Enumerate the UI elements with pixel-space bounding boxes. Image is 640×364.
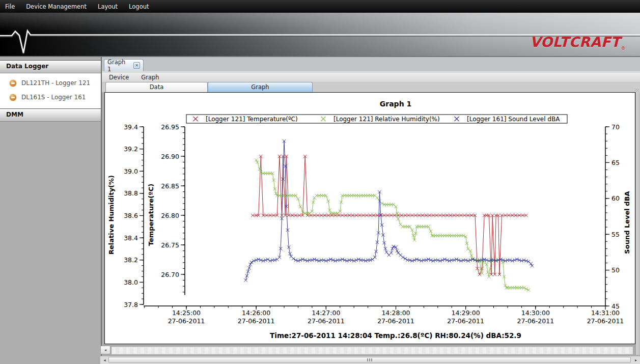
temperature-tick-label: 26.80 [161, 212, 179, 219]
temperature-axis-title: Temperature(ºC) [147, 184, 155, 246]
date-tick-label: 27-06-2011 [308, 317, 345, 325]
sidebar-item-dl161s[interactable]: DL161S - Logger 161 [0, 90, 101, 104]
graph-window-menu: Device Graph [102, 72, 640, 82]
humidity-tick-label: 39.0 [124, 167, 138, 175]
tab-data-view[interactable]: Data [105, 82, 208, 92]
sidebar-section-dmm[interactable]: DMM [0, 108, 101, 122]
menu-item-layout[interactable]: Layout [92, 3, 123, 10]
humidity-tick-label: 38.0 [124, 278, 138, 286]
menu-item-logout[interactable]: Logout [123, 3, 154, 10]
time-tick-label: 14:28:00 [381, 309, 410, 317]
time-tick-label: 14:25:00 [172, 309, 201, 317]
menu-item-device-management[interactable]: Device Management [20, 3, 92, 10]
workspace: Graph 1 ✕ Device Graph Data Graph Graph … [102, 57, 640, 364]
scroll-left-arrow-icon[interactable]: ◂ [101, 357, 108, 363]
sound-tick-label: 50 [611, 266, 620, 274]
date-tick-label: 27-06-2011 [168, 317, 205, 325]
humidity-tick-label: 38.2 [124, 256, 138, 264]
temperature-tick-label: 26.75 [161, 241, 179, 249]
time-tick-label: 14:31:00 [591, 309, 620, 317]
humidity-tick-label: 39.4 [124, 123, 138, 131]
temperature-tick-label: 26.90 [161, 153, 179, 160]
resize-grip-icon [635, 89, 639, 92]
chart-panel[interactable]: Graph 1[Logger 121] Temperature(ºC)[Logg… [104, 92, 635, 344]
series-temperature-line [253, 156, 526, 274]
device-label: DL121TH - Logger 121 [21, 79, 90, 87]
date-tick-label: 27-06-2011 [587, 317, 624, 325]
document-tab-bar: Graph 1 ✕ [102, 57, 640, 72]
tab-label: Graph 1 [107, 59, 130, 73]
device-sidebar: Data Logger DL121TH - Logger 121 DL161S … [0, 57, 102, 364]
sound-tick-label: 65 [611, 159, 620, 166]
voltcraft-logo: VOLTCRAFT® [530, 34, 626, 51]
date-tick-label: 27-06-2011 [377, 317, 414, 325]
menu-item-file[interactable]: File [0, 3, 20, 10]
sound-tick-label: 55 [611, 231, 620, 238]
time-tick-label: 14:29:00 [452, 309, 480, 317]
legend-label: [Logger 161] Sound Level dBA [467, 116, 560, 123]
chart-canvas: Graph 1[Logger 121] Temperature(ºC)[Logg… [105, 93, 635, 344]
temperature-tick-label: 26.95 [161, 123, 179, 131]
brand-banner: VOLTCRAFT® [0, 13, 640, 57]
humidity-tick-label: 38.8 [124, 189, 138, 197]
device-status-icon [9, 79, 17, 87]
chart-vertical-scrollbar[interactable] [635, 92, 640, 355]
time-tick-label: 14:26:00 [242, 309, 270, 317]
temperature-tick-label: 26.85 [161, 182, 179, 190]
date-tick-label: 27-06-2011 [517, 317, 554, 325]
sound-axis-title: Sound Level dBA [623, 191, 631, 254]
series-humidity-markers [255, 158, 530, 292]
menu-item-graph[interactable]: Graph [135, 74, 165, 81]
device-label: DL161S - Logger 161 [21, 94, 86, 101]
window-horizontal-scrollbar: ◂ ▸ [100, 356, 640, 364]
menu-bar: File Device Management Layout Logout [0, 0, 640, 13]
legend-label: [Logger 121] Relative Humidity(%) [333, 116, 440, 123]
temperature-tick-label: 26.70 [161, 271, 179, 278]
date-tick-label: 27-06-2011 [238, 317, 275, 325]
data-logger-device-list: DL121TH - Logger 121 DL161S - Logger 161 [0, 73, 101, 108]
time-tick-label: 14:27:00 [312, 309, 340, 317]
chart-title: Graph 1 [380, 100, 411, 108]
humidity-tick-label: 39.2 [124, 145, 138, 153]
series-humidity-line [256, 160, 528, 290]
scroll-right-arrow-icon[interactable]: ▸ [633, 357, 639, 363]
registered-mark: ® [621, 46, 626, 51]
scrollbar-grip-icon [367, 358, 372, 361]
tab-graph-view[interactable]: Graph [208, 82, 313, 92]
legend-label: [Logger 121] Temperature(ºC) [206, 116, 298, 123]
sound-tick-label: 70 [611, 123, 620, 131]
scroll-left-arrow-icon[interactable]: ◂ [100, 346, 110, 354]
view-tab-bar: Data Graph [102, 82, 640, 92]
humidity-tick-label: 37.8 [124, 301, 138, 309]
humidity-tick-label: 38.4 [124, 234, 138, 242]
sidebar-section-data-logger[interactable]: Data Logger [0, 60, 101, 73]
voltcraft-app-window: { "menu_bar": { "items": ["File", "Devic… [0, 0, 640, 364]
date-tick-label: 27-06-2011 [447, 317, 484, 325]
chart-horizontal-scrollbar: ◂ [102, 345, 634, 355]
cursor-status-line: Time:27-06-2011 14:28:04 Temp.:26.8(ºC) … [270, 331, 521, 340]
humidity-tick-label: 38.6 [124, 212, 138, 219]
tab-graph-1[interactable]: Graph 1 ✕ [104, 59, 144, 71]
menu-item-device[interactable]: Device [103, 74, 135, 81]
time-tick-label: 14:30:00 [521, 309, 550, 317]
close-icon[interactable]: ✕ [133, 62, 140, 69]
device-status-icon [9, 94, 17, 101]
sidebar-item-dl121th[interactable]: DL121TH - Logger 121 [0, 76, 101, 90]
scrollbar-track[interactable] [112, 347, 633, 354]
humidity-axis-title: Relative Humidity(%) [107, 175, 115, 255]
sound-tick-label: 60 [611, 194, 620, 202]
scrollbar-thumb[interactable] [108, 357, 631, 363]
